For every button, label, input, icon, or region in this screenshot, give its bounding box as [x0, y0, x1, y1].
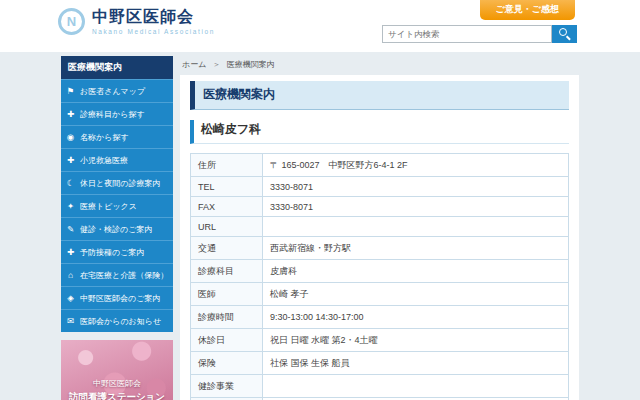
sidebar-menu: ⚑ お医者さんマップ ✚ 診療科目から探す ◉ 名称から探す ✚ 小児救急医療 …: [61, 79, 173, 332]
breadcrumb-home[interactable]: ホーム: [182, 60, 206, 69]
table-row: TEL 3330-8071: [191, 177, 569, 197]
sidebar-item-icon: ☾: [65, 178, 76, 188]
row-value: 3330-8071: [263, 197, 569, 217]
clinic-name: 松崎皮フ科: [190, 120, 569, 144]
site-header: N 中野区医師会 Nakano Medical Association ご意見・…: [0, 0, 640, 52]
sidebar-item-label: 在宅医療と介護（保険）: [80, 270, 168, 281]
main-panel: 医療機関案内 松崎皮フ科 住所 〒 165-0027 中野区野方6-4-1 2F…: [180, 75, 579, 400]
table-row: 診療科目 皮膚科: [191, 260, 569, 283]
sidebar-item-label: 休日と夜間の診療案内: [80, 178, 160, 189]
row-label: 診療科目: [191, 260, 263, 283]
sidebar-item[interactable]: ✦ 医療トピックス: [61, 194, 173, 217]
sidebar-item[interactable]: ⌂ 在宅医療と介護（保険）: [61, 263, 173, 286]
search-icon: [559, 28, 567, 36]
sidebar-item[interactable]: ✚ 診療科目から探す: [61, 102, 173, 125]
sidebar-item[interactable]: ☾ 休日と夜間の診療案内: [61, 171, 173, 194]
feedback-button[interactable]: ご意見・ご感想: [480, 0, 575, 20]
page: N 中野区医師会 Nakano Medical Association ご意見・…: [0, 0, 640, 400]
row-label: TEL: [191, 177, 263, 197]
sidebar-item-icon: ✉: [65, 316, 76, 326]
sidebar-item-label: 医療トピックス: [80, 201, 137, 212]
sidebar-item-label: 小児救急医療: [80, 155, 128, 166]
row-label: 住所: [191, 154, 263, 177]
sidebar-item-icon: ✚: [65, 155, 76, 165]
sidebar-item-label: お医者さんマップ: [80, 86, 145, 97]
row-value: [263, 375, 569, 398]
sidebar-item-icon: ✎: [65, 224, 76, 234]
site-subtitle: Nakano Medical Association: [92, 28, 215, 35]
row-label: URL: [191, 217, 263, 237]
page-title: 医療機関案内: [190, 81, 569, 110]
site-title: 中野区医師会: [92, 8, 215, 26]
sidebar-item-icon: ⌂: [65, 270, 76, 280]
sidebar-item[interactable]: ✉ 医師会からのお知らせ: [61, 309, 173, 332]
row-label: 交通: [191, 237, 263, 260]
row-label: 健診事業: [191, 375, 263, 398]
row-label: 医師: [191, 283, 263, 306]
content-wrapper: 医療機関案内 ⚑ お医者さんマップ ✚ 診療科目から探す ◉ 名称から探す ✚ …: [61, 52, 579, 400]
logo-letter: N: [67, 14, 76, 29]
table-row: 住所 〒 165-0027 中野区野方6-4-1 2F: [191, 154, 569, 177]
table-row: 医師 松崎 孝子: [191, 283, 569, 306]
row-value: [263, 217, 569, 237]
banner-line2: 訪問看護ステーション: [61, 391, 173, 400]
table-row: 休診日 祝日 日曜 水曜 第2・4土曜: [191, 329, 569, 352]
breadcrumb-current: 医療機関案内: [227, 60, 275, 69]
visiting-nurse-banner[interactable]: 中野区医師会 訪問看護ステーション: [61, 340, 173, 400]
sidebar-item-icon: ◉: [65, 132, 76, 142]
table-row: URL: [191, 217, 569, 237]
site-logo[interactable]: N 中野区医師会 Nakano Medical Association: [58, 8, 215, 35]
sidebar-item[interactable]: ✚ 小児救急医療: [61, 148, 173, 171]
clinic-info-table: 住所 〒 165-0027 中野区野方6-4-1 2F TEL 3330-807…: [190, 153, 569, 400]
sidebar-item-label: 予防接種のご案内: [80, 247, 144, 258]
breadcrumb: ホーム ＞ 医療機関案内: [180, 56, 579, 75]
sidebar-item[interactable]: ◉ 名称から探す: [61, 125, 173, 148]
row-value: 皮膚科: [263, 260, 569, 283]
row-value: 3330-8071: [263, 177, 569, 197]
search-input[interactable]: [382, 25, 552, 43]
table-row: 交通 西武新宿線・野方駅: [191, 237, 569, 260]
banner-line1: 中野区医師会: [61, 378, 173, 389]
site-search: [382, 25, 577, 43]
sidebar-item-icon: ✚: [65, 109, 76, 119]
row-label: 保険: [191, 352, 263, 375]
sidebar: 医療機関案内 ⚑ お医者さんマップ ✚ 診療科目から探す ◉ 名称から探す ✚ …: [61, 56, 173, 400]
row-value: 社保 国保 生保 船員: [263, 352, 569, 375]
sidebar-item-icon: ◈: [65, 293, 76, 303]
row-value: 9:30-13:00 14:30-17:00: [263, 306, 569, 329]
sidebar-item-label: 中野区医師会のご案内: [80, 293, 160, 304]
row-label: 診療時間: [191, 306, 263, 329]
table-row: 診療時間 9:30-13:00 14:30-17:00: [191, 306, 569, 329]
sidebar-item-label: 医師会からのお知らせ: [80, 316, 161, 327]
row-value: 〒 165-0027 中野区野方6-4-1 2F: [263, 154, 569, 177]
sidebar-item[interactable]: ⚑ お医者さんマップ: [61, 79, 173, 102]
table-row: 保険 社保 国保 生保 船員: [191, 352, 569, 375]
sidebar-item-label: 名称から探す: [80, 132, 129, 143]
main-column: ホーム ＞ 医療機関案内 医療機関案内 松崎皮フ科 住所 〒 165-0027 …: [180, 56, 579, 400]
search-button[interactable]: [552, 25, 577, 43]
row-label: 休診日: [191, 329, 263, 352]
sidebar-item-icon: ✦: [65, 201, 76, 211]
sidebar-item[interactable]: ✎ 健診・検診のご案内: [61, 217, 173, 240]
row-value: 西武新宿線・野方駅: [263, 237, 569, 260]
sidebar-item[interactable]: ✚ 予防接種のご案内: [61, 240, 173, 263]
sidebar-item-label: 健診・検診のご案内: [80, 224, 152, 235]
row-value: 松崎 孝子: [263, 283, 569, 306]
sidebar-item-icon: ✚: [65, 247, 76, 257]
table-row: 健診事業: [191, 375, 569, 398]
sidebar-item[interactable]: ◈ 中野区医師会のご案内: [61, 286, 173, 309]
row-label: FAX: [191, 197, 263, 217]
table-row: FAX 3330-8071: [191, 197, 569, 217]
sidebar-item-label: 診療科目から探す: [80, 109, 145, 120]
row-value: 祝日 日曜 水曜 第2・4土曜: [263, 329, 569, 352]
breadcrumb-separator: ＞: [213, 60, 221, 69]
logo-icon: N: [58, 8, 85, 35]
sidebar-item-icon: ⚑: [65, 86, 76, 96]
sidebar-header-medical-guide[interactable]: 医療機関案内: [61, 56, 173, 79]
